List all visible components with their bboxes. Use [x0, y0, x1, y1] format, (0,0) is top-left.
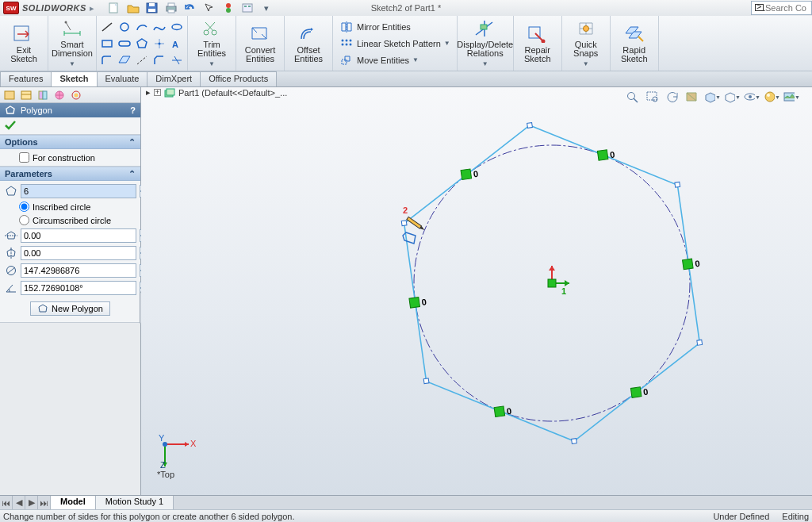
document-title: Sketch2 of Part1 * — [371, 3, 442, 13]
for-construction-checkbox[interactable]: For construction — [5, 152, 136, 163]
bottom-tab-motion-study[interactable]: Motion Study 1 — [96, 496, 174, 509]
exit-sketch-button[interactable]: Exit Sketch — [3, 19, 44, 68]
svg-point-34 — [342, 43, 344, 45]
parameters-section-header[interactable]: Parameters⌃ — [0, 167, 140, 181]
svg-rect-75 — [527, 123, 533, 129]
tab-sketch[interactable]: Sketch — [51, 71, 97, 86]
svg-rect-46 — [39, 91, 43, 99]
qat-customize[interactable]: ▾ — [258, 1, 275, 15]
mirror-entities-button[interactable]: Mirror Entities — [336, 18, 414, 35]
options-button[interactable] — [239, 1, 256, 15]
arc-tool[interactable] — [133, 18, 151, 35]
options-section-header[interactable]: Options⌃ — [0, 135, 140, 149]
save-button[interactable] — [144, 1, 161, 15]
svg-marker-54 — [6, 186, 16, 195]
tab-nav-prev[interactable]: ◀ — [13, 496, 25, 509]
move-entities-button[interactable]: Move Entities▼ — [336, 52, 422, 68]
svg-text:>_: >_ — [756, 3, 765, 11]
pm-tab-display[interactable] — [68, 88, 84, 102]
svg-text:X: X — [190, 439, 197, 448]
trim-entities-button[interactable]: Trim Entities▼ — [191, 19, 232, 68]
spline-tool[interactable] — [151, 18, 168, 35]
select-button[interactable] — [201, 1, 218, 15]
svg-marker-22 — [137, 39, 147, 48]
display-delete-relations-button[interactable]: Display/Delete Relations▼ — [461, 19, 510, 68]
sides-input[interactable] — [21, 184, 136, 198]
repair-sketch-button[interactable]: Repair Sketch — [517, 19, 558, 68]
svg-rect-21 — [119, 41, 130, 46]
inscribed-radio[interactable]: Inscribed circle — [5, 202, 136, 212]
new-polygon-button[interactable]: New Polygon — [30, 301, 110, 316]
polygon-icon — [5, 106, 16, 115]
status-under-defined: Under Defined — [713, 512, 769, 521]
offset-entities-button[interactable]: Offset Entities — [288, 19, 329, 68]
svg-rect-15 — [14, 26, 29, 40]
open-file-button[interactable] — [124, 1, 142, 15]
pm-help-button[interactable]: ? — [130, 106, 136, 115]
command-manager-tabs: Features Sketch Evaluate DimXpert Office… — [0, 71, 812, 87]
sketch-origin: 1 — [548, 266, 569, 296]
svg-text:0: 0 — [473, 169, 479, 179]
trim-ref-icon[interactable] — [168, 52, 186, 68]
rebuild-button[interactable] — [220, 1, 237, 15]
ellipse-tool[interactable] — [168, 18, 186, 35]
line-tool[interactable] — [98, 18, 116, 35]
tab-dimxpert[interactable]: DimXpert — [147, 71, 201, 86]
rectangle-tool[interactable] — [98, 35, 116, 52]
centerline-tool[interactable] — [133, 52, 151, 68]
plane-tool[interactable] — [116, 52, 133, 68]
svg-rect-11 — [248, 6, 251, 7]
circle-tool[interactable] — [116, 18, 133, 35]
pm-ok-button[interactable] — [3, 119, 17, 133]
angle-input[interactable] — [21, 281, 136, 295]
tab-evaluate[interactable]: Evaluate — [97, 71, 148, 86]
svg-rect-85 — [630, 387, 642, 398]
pm-tab-dimxpert[interactable] — [52, 88, 67, 102]
print-button[interactable] — [163, 1, 180, 15]
quick-snaps-button[interactable]: Quick Snaps▼ — [565, 19, 607, 68]
new-file-button[interactable] — [105, 1, 123, 15]
tab-features[interactable]: Features — [0, 71, 52, 86]
pm-tab-feature-tree[interactable] — [2, 88, 17, 102]
svg-text:1: 1 — [561, 286, 566, 296]
svg-line-27 — [137, 56, 147, 64]
search-box[interactable]: >_ — [751, 1, 812, 15]
svg-point-32 — [346, 39, 348, 41]
app-menu-caret[interactable]: ▸ — [90, 3, 94, 13]
text-tool[interactable]: A — [168, 35, 186, 52]
svg-marker-53 — [6, 106, 14, 113]
tab-office-products[interactable]: Office Products — [200, 71, 277, 86]
slot-tool[interactable] — [116, 35, 133, 52]
center-x-input[interactable] — [21, 228, 136, 243]
search-input[interactable] — [765, 3, 809, 13]
svg-point-28 — [204, 30, 209, 35]
smart-dimension-button[interactable]: Smart Dimension ▼ — [52, 19, 93, 68]
diameter-input[interactable] — [21, 263, 136, 278]
svg-rect-20 — [102, 40, 112, 47]
svg-rect-80 — [401, 221, 407, 226]
svg-text:Z: Z — [160, 460, 166, 468]
graphics-area[interactable]: ▸ + Part1 (Default<<Default>_... ▼ ▼ ▼ ▼… — [141, 87, 812, 495]
svg-point-16 — [65, 21, 67, 24]
chevron-up-icon: ⌃ — [128, 137, 136, 148]
pm-tab-property-manager[interactable] — [18, 88, 34, 102]
circumscribed-radio[interactable]: Circumscribed circle — [5, 215, 136, 225]
center-y-input[interactable] — [21, 246, 136, 260]
tab-nav-next[interactable]: ▶ — [25, 496, 38, 509]
linear-pattern-button[interactable]: Linear Sketch Pattern▼ — [336, 35, 454, 52]
chamfer-tool[interactable] — [151, 52, 168, 68]
polygon-tool[interactable] — [133, 35, 151, 52]
fillet-tool[interactable] — [98, 52, 116, 68]
bottom-tab-model[interactable]: Model — [51, 496, 96, 509]
undo-button[interactable] — [182, 1, 199, 15]
rapid-sketch-button[interactable]: Rapid Sketch — [614, 19, 655, 68]
title-bar: SW SOLIDWORKS ▸ ▾ Sketch2 of Part1 * >_ — [0, 0, 812, 16]
sketch-svg: 0 0 0 0 0 0 1 — [141, 87, 812, 495]
point-tool[interactable] — [151, 35, 168, 52]
convert-entities-button[interactable]: Convert Entities — [239, 19, 281, 68]
svg-rect-83 — [683, 259, 694, 270]
tab-nav-last[interactable]: ⏭ — [38, 496, 51, 509]
pm-tab-configuration[interactable] — [35, 88, 51, 102]
tab-nav-first[interactable]: ⏮ — [0, 496, 13, 509]
angle-icon — [5, 282, 17, 294]
